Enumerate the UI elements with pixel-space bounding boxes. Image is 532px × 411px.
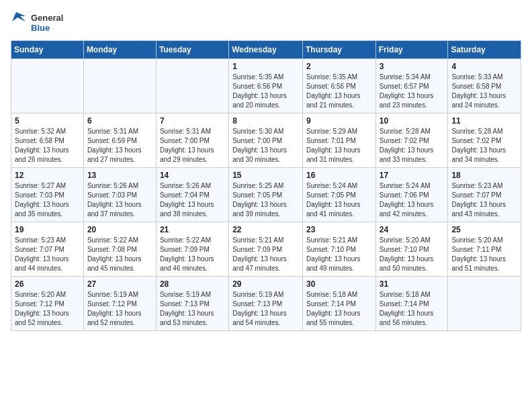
day-number: 4 bbox=[451, 62, 517, 71]
day-info: Sunrise: 5:26 AMSunset: 7:03 PMDaylight:… bbox=[87, 181, 152, 219]
day-number: 26 bbox=[15, 279, 80, 289]
day-info: Sunrise: 5:33 AMSunset: 6:58 PMDaylight:… bbox=[451, 73, 517, 110]
header-monday: Monday bbox=[83, 41, 156, 59]
calendar-cell: 10Sunrise: 5:28 AMSunset: 7:02 PMDayligh… bbox=[375, 113, 448, 168]
logo: GeneralBlue bbox=[11, 11, 64, 35]
calendar-cell: 29Sunrise: 5:19 AMSunset: 7:13 PMDayligh… bbox=[229, 277, 303, 331]
day-info: Sunrise: 5:35 AMSunset: 6:56 PMDaylight:… bbox=[232, 73, 299, 110]
day-info: Sunrise: 5:32 AMSunset: 6:58 PMDaylight:… bbox=[15, 127, 80, 165]
svg-text:General: General bbox=[31, 13, 63, 23]
calendar-cell: 8Sunrise: 5:30 AMSunset: 7:00 PMDaylight… bbox=[229, 113, 303, 168]
calendar-cell: 1Sunrise: 5:35 AMSunset: 6:56 PMDaylight… bbox=[229, 59, 303, 113]
calendar-cell: 2Sunrise: 5:35 AMSunset: 6:56 PMDaylight… bbox=[302, 59, 375, 113]
day-info: Sunrise: 5:21 AMSunset: 7:10 PMDaylight:… bbox=[306, 236, 372, 273]
calendar-cell: 12Sunrise: 5:27 AMSunset: 7:03 PMDayligh… bbox=[11, 168, 84, 222]
day-number: 12 bbox=[15, 171, 80, 180]
calendar-cell: 18Sunrise: 5:23 AMSunset: 7:07 PMDayligh… bbox=[448, 168, 521, 222]
day-info: Sunrise: 5:27 AMSunset: 7:03 PMDaylight:… bbox=[15, 181, 80, 219]
day-info: Sunrise: 5:22 AMSunset: 7:09 PMDaylight:… bbox=[160, 236, 225, 273]
calendar-cell: 23Sunrise: 5:21 AMSunset: 7:10 PMDayligh… bbox=[302, 222, 375, 277]
day-info: Sunrise: 5:19 AMSunset: 7:13 PMDaylight:… bbox=[160, 290, 225, 328]
week-row-3: 12Sunrise: 5:27 AMSunset: 7:03 PMDayligh… bbox=[11, 168, 521, 222]
day-number: 17 bbox=[380, 171, 445, 180]
calendar-cell: 17Sunrise: 5:24 AMSunset: 7:06 PMDayligh… bbox=[375, 168, 448, 222]
svg-marker-0 bbox=[12, 12, 26, 21]
day-info: Sunrise: 5:31 AMSunset: 6:59 PMDaylight:… bbox=[87, 127, 152, 165]
day-number: 1 bbox=[232, 62, 299, 71]
calendar-cell: 4Sunrise: 5:33 AMSunset: 6:58 PMDaylight… bbox=[448, 59, 521, 113]
calendar-cell: 21Sunrise: 5:22 AMSunset: 7:09 PMDayligh… bbox=[156, 222, 228, 277]
day-number: 11 bbox=[451, 116, 517, 126]
day-number: 28 bbox=[160, 279, 225, 289]
day-info: Sunrise: 5:24 AMSunset: 7:06 PMDaylight:… bbox=[380, 181, 445, 219]
week-row-4: 19Sunrise: 5:23 AMSunset: 7:07 PMDayligh… bbox=[11, 222, 521, 277]
day-number: 23 bbox=[306, 225, 372, 234]
day-number: 15 bbox=[232, 171, 299, 180]
calendar-cell: 11Sunrise: 5:28 AMSunset: 7:02 PMDayligh… bbox=[448, 113, 521, 168]
day-number: 21 bbox=[160, 225, 225, 234]
day-number: 19 bbox=[15, 225, 80, 234]
day-number: 10 bbox=[380, 116, 445, 126]
calendar-cell: 22Sunrise: 5:21 AMSunset: 7:09 PMDayligh… bbox=[229, 222, 303, 277]
day-info: Sunrise: 5:34 AMSunset: 6:57 PMDaylight:… bbox=[380, 73, 445, 110]
day-info: Sunrise: 5:28 AMSunset: 7:02 PMDaylight:… bbox=[451, 127, 517, 165]
page-header: GeneralBlue bbox=[11, 11, 521, 35]
calendar-cell: 14Sunrise: 5:26 AMSunset: 7:04 PMDayligh… bbox=[156, 168, 228, 222]
day-info: Sunrise: 5:20 AMSunset: 7:10 PMDaylight:… bbox=[380, 236, 445, 273]
calendar-cell: 13Sunrise: 5:26 AMSunset: 7:03 PMDayligh… bbox=[83, 168, 156, 222]
svg-text:Blue: Blue bbox=[31, 23, 50, 33]
day-info: Sunrise: 5:28 AMSunset: 7:02 PMDaylight:… bbox=[380, 127, 445, 165]
day-number: 6 bbox=[87, 116, 152, 126]
calendar-cell: 9Sunrise: 5:29 AMSunset: 7:01 PMDaylight… bbox=[302, 113, 375, 168]
day-info: Sunrise: 5:21 AMSunset: 7:09 PMDaylight:… bbox=[232, 236, 299, 273]
day-number: 29 bbox=[232, 279, 299, 289]
header-thursday: Thursday bbox=[302, 41, 375, 59]
calendar-cell: 15Sunrise: 5:25 AMSunset: 7:05 PMDayligh… bbox=[229, 168, 303, 222]
day-number: 31 bbox=[380, 279, 445, 289]
day-number: 16 bbox=[306, 171, 372, 180]
day-info: Sunrise: 5:31 AMSunset: 7:00 PMDaylight:… bbox=[160, 127, 225, 165]
calendar-cell: 3Sunrise: 5:34 AMSunset: 6:57 PMDaylight… bbox=[375, 59, 448, 113]
day-number: 3 bbox=[380, 62, 445, 71]
header-sunday: Sunday bbox=[11, 41, 84, 59]
day-number: 30 bbox=[306, 279, 372, 289]
week-row-5: 26Sunrise: 5:20 AMSunset: 7:12 PMDayligh… bbox=[11, 277, 521, 331]
calendar-cell: 31Sunrise: 5:18 AMSunset: 7:14 PMDayligh… bbox=[375, 277, 448, 331]
calendar-cell bbox=[11, 59, 84, 113]
calendar-cell: 7Sunrise: 5:31 AMSunset: 7:00 PMDaylight… bbox=[156, 113, 228, 168]
day-number: 22 bbox=[232, 225, 299, 234]
calendar-cell bbox=[83, 59, 156, 113]
calendar-cell: 25Sunrise: 5:20 AMSunset: 7:11 PMDayligh… bbox=[448, 222, 521, 277]
week-row-1: 1Sunrise: 5:35 AMSunset: 6:56 PMDaylight… bbox=[11, 59, 521, 113]
day-number: 5 bbox=[15, 116, 80, 126]
day-info: Sunrise: 5:23 AMSunset: 7:07 PMDaylight:… bbox=[451, 181, 517, 219]
calendar-cell: 16Sunrise: 5:24 AMSunset: 7:05 PMDayligh… bbox=[302, 168, 375, 222]
day-number: 24 bbox=[380, 225, 445, 234]
day-info: Sunrise: 5:19 AMSunset: 7:12 PMDaylight:… bbox=[87, 290, 152, 328]
header-tuesday: Tuesday bbox=[156, 41, 228, 59]
day-info: Sunrise: 5:20 AMSunset: 7:12 PMDaylight:… bbox=[15, 290, 80, 328]
day-number: 13 bbox=[87, 171, 152, 180]
calendar-cell: 6Sunrise: 5:31 AMSunset: 6:59 PMDaylight… bbox=[83, 113, 156, 168]
day-info: Sunrise: 5:22 AMSunset: 7:08 PMDaylight:… bbox=[87, 236, 152, 273]
calendar-cell bbox=[448, 277, 521, 331]
calendar-cell: 26Sunrise: 5:20 AMSunset: 7:12 PMDayligh… bbox=[11, 277, 84, 331]
day-info: Sunrise: 5:30 AMSunset: 7:00 PMDaylight:… bbox=[232, 127, 299, 165]
day-info: Sunrise: 5:26 AMSunset: 7:04 PMDaylight:… bbox=[160, 181, 225, 219]
day-number: 7 bbox=[160, 116, 225, 126]
logo-svg: GeneralBlue bbox=[11, 11, 64, 35]
day-number: 9 bbox=[306, 116, 372, 126]
calendar-cell: 27Sunrise: 5:19 AMSunset: 7:12 PMDayligh… bbox=[83, 277, 156, 331]
day-info: Sunrise: 5:18 AMSunset: 7:14 PMDaylight:… bbox=[306, 290, 372, 328]
day-info: Sunrise: 5:23 AMSunset: 7:07 PMDaylight:… bbox=[15, 236, 80, 273]
day-number: 18 bbox=[451, 171, 517, 180]
calendar-table: SundayMondayTuesdayWednesdayThursdayFrid… bbox=[11, 40, 521, 331]
calendar-cell: 28Sunrise: 5:19 AMSunset: 7:13 PMDayligh… bbox=[156, 277, 228, 331]
calendar-cell: 19Sunrise: 5:23 AMSunset: 7:07 PMDayligh… bbox=[11, 222, 84, 277]
day-info: Sunrise: 5:24 AMSunset: 7:05 PMDaylight:… bbox=[306, 181, 372, 219]
calendar-cell: 30Sunrise: 5:18 AMSunset: 7:14 PMDayligh… bbox=[302, 277, 375, 331]
calendar-cell bbox=[156, 59, 228, 113]
header-wednesday: Wednesday bbox=[229, 41, 303, 59]
calendar-cell: 5Sunrise: 5:32 AMSunset: 6:58 PMDaylight… bbox=[11, 113, 84, 168]
day-number: 2 bbox=[306, 62, 372, 71]
